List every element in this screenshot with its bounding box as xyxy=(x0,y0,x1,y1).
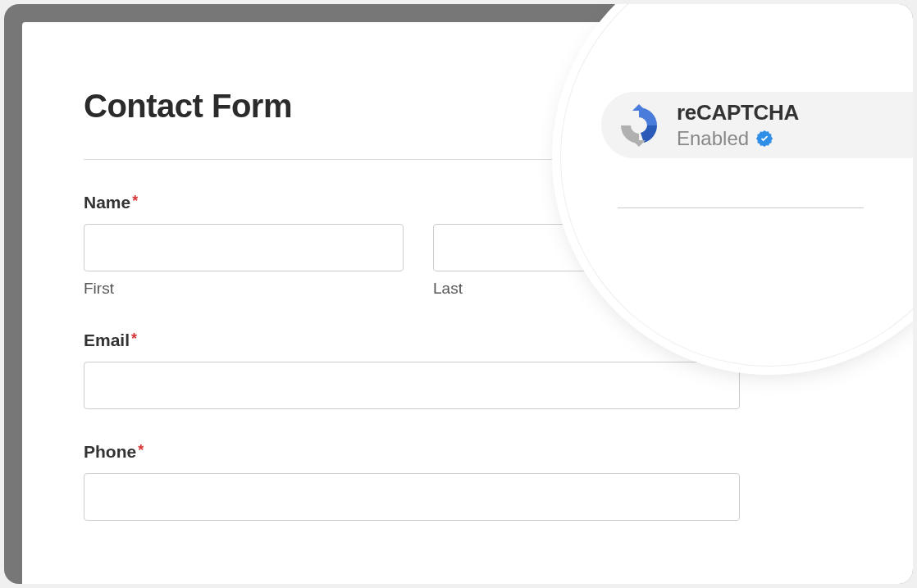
form-sheet: Contact Form Name* First Last Email* xyxy=(22,22,913,584)
recaptcha-title: reCAPTCHA xyxy=(677,100,799,125)
recaptcha-status: Enabled xyxy=(677,127,749,150)
name-label: Name xyxy=(84,193,130,212)
zoom-divider xyxy=(618,207,864,208)
required-marker: * xyxy=(138,442,144,458)
verified-badge-icon xyxy=(755,130,773,148)
phone-label: Phone xyxy=(84,442,136,462)
phone-input[interactable] xyxy=(84,473,740,521)
outer-frame: Contact Form Name* First Last Email* xyxy=(4,4,913,584)
email-input[interactable] xyxy=(84,362,740,409)
recaptcha-tile[interactable]: reCAPTCHA Enabled xyxy=(601,92,913,158)
zoom-callout: reCAPTCHA Enabled xyxy=(560,4,913,367)
first-name-input[interactable] xyxy=(84,224,404,271)
svg-marker-0 xyxy=(632,104,646,111)
phone-field-block: Phone* xyxy=(84,442,864,521)
first-name-sublabel: First xyxy=(84,280,404,298)
email-label: Email xyxy=(84,330,130,350)
svg-marker-1 xyxy=(632,140,646,147)
first-name-col: First xyxy=(84,224,404,298)
recaptcha-icon xyxy=(616,103,662,148)
required-marker: * xyxy=(132,193,138,209)
required-marker: * xyxy=(131,330,137,347)
